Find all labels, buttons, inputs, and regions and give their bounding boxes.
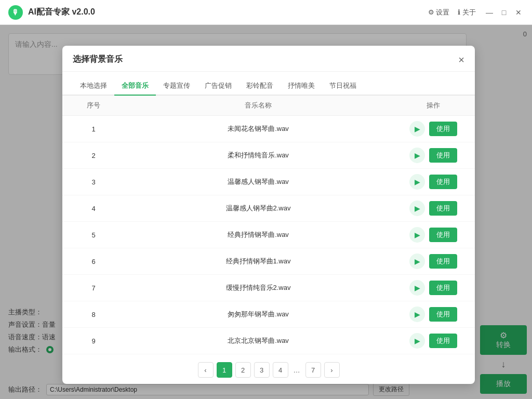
tab-6[interactable]: 节日祝福 [322, 77, 364, 96]
table-row: 5 经典抒情钢琴曲.wav ▶ 使用 [62, 222, 475, 248]
settings-button[interactable]: ⚙ 设置 [428, 8, 450, 17]
row-name-7: 匆匆那年钢琴曲.wav [114, 310, 402, 319]
table-row: 1 未闻花名钢琴曲.wav ▶ 使用 [62, 116, 475, 142]
tab-3[interactable]: 广告促销 [197, 77, 239, 96]
use-button-7[interactable]: 使用 [429, 307, 457, 322]
tab-5[interactable]: 抒情唯美 [281, 77, 322, 96]
row-action-4: ▶ 使用 [402, 227, 464, 243]
row-action-6: ▶ 使用 [402, 280, 464, 296]
row-name-4: 经典抒情钢琴曲.wav [114, 230, 402, 240]
row-name-2: 温馨感人钢琴曲.wav [114, 177, 402, 187]
row-seq-1: 2 [73, 152, 114, 159]
play-music-button-8[interactable]: ▶ [409, 333, 425, 349]
pagination-prev[interactable]: ‹ [198, 362, 214, 378]
app-title: AI配音专家 v2.0.0 [28, 7, 95, 18]
row-seq-0: 1 [73, 125, 114, 133]
row-name-5: 经典抒情钢琴曲1.wav [114, 257, 402, 266]
use-button-4[interactable]: 使用 [429, 228, 457, 242]
col-action-header: 操作 [402, 101, 464, 110]
table-row: 6 经典抒情钢琴曲1.wav ▶ 使用 [62, 248, 475, 275]
table-row: 8 匆匆那年钢琴曲.wav ▶ 使用 [62, 301, 475, 328]
tab-bar: 本地选择全部音乐专题宣传广告促销彩铃配音抒情唯美节日祝福 [62, 72, 475, 96]
row-seq-8: 9 [73, 337, 114, 345]
table-header: 序号 音乐名称 操作 [62, 96, 475, 116]
play-music-button-7[interactable]: ▶ [409, 307, 425, 322]
row-name-3: 温馨感人钢琴曲2.wav [114, 204, 402, 213]
play-music-button-3[interactable]: ▶ [409, 201, 425, 216]
maximize-button[interactable]: □ [499, 7, 509, 18]
tab-1[interactable]: 全部音乐 [114, 77, 156, 96]
dialog-header: 选择背景音乐 × [62, 46, 475, 72]
table-row: 9 北京北京钢琴曲.wav ▶ 使用 [62, 328, 475, 354]
logo-icon: 🎙 [12, 8, 19, 17]
pagination-page-4[interactable]: 4 [273, 362, 288, 378]
close-button[interactable]: ✕ [513, 7, 524, 18]
use-button-3[interactable]: 使用 [429, 201, 457, 216]
title-bar-left: 🎙 AI配音专家 v2.0.0 [8, 5, 95, 20]
row-seq-4: 5 [73, 231, 114, 239]
play-music-button-5[interactable]: ▶ [409, 254, 425, 269]
row-action-7: ▶ 使用 [402, 307, 464, 322]
tab-0[interactable]: 本地选择 [73, 77, 114, 96]
tab-4[interactable]: 彩铃配音 [239, 77, 281, 96]
pagination-page-7[interactable]: 7 [305, 362, 321, 378]
row-seq-6: 7 [73, 284, 114, 292]
tab-2[interactable]: 专题宣传 [156, 77, 197, 96]
use-button-1[interactable]: 使用 [429, 148, 457, 163]
minimize-button[interactable]: — [484, 7, 495, 18]
use-button-8[interactable]: 使用 [429, 334, 457, 348]
title-bar-right: ⚙ 设置 ℹ 关于 — □ ✕ [428, 7, 524, 18]
table-row: 4 温馨感人钢琴曲2.wav ▶ 使用 [62, 195, 475, 222]
pagination-next[interactable]: › [324, 362, 340, 378]
row-action-3: ▶ 使用 [402, 201, 464, 216]
table-row: 2 柔和抒情纯音乐.wav ▶ 使用 [62, 142, 475, 169]
col-seq-header: 序号 [73, 101, 114, 110]
about-button[interactable]: ℹ 关于 [458, 8, 476, 17]
dialog-title: 选择背景音乐 [73, 54, 123, 65]
app-logo: 🎙 [8, 5, 23, 20]
row-seq-7: 8 [73, 311, 114, 318]
use-button-5[interactable]: 使用 [429, 254, 457, 269]
main-area: 请输入内容... 主播类型： 声音设置：音量 语音速度：语速 输出格式： [0, 25, 532, 399]
pagination-dots: … [291, 366, 302, 374]
pagination-page-2[interactable]: 2 [235, 362, 251, 378]
use-button-0[interactable]: 使用 [429, 122, 457, 136]
row-name-1: 柔和抒情纯音乐.wav [114, 151, 402, 160]
row-action-5: ▶ 使用 [402, 254, 464, 269]
pagination: ‹1234…7› [62, 355, 475, 384]
row-action-8: ▶ 使用 [402, 333, 464, 349]
play-music-button-4[interactable]: ▶ [409, 227, 425, 243]
window-controls: — □ ✕ [484, 7, 524, 18]
play-music-button-1[interactable]: ▶ [409, 148, 425, 163]
row-action-0: ▶ 使用 [402, 121, 464, 137]
row-name-8: 北京北京钢琴曲.wav [114, 336, 402, 345]
play-music-button-6[interactable]: ▶ [409, 280, 425, 296]
row-seq-3: 4 [73, 205, 114, 212]
row-name-0: 未闻花名钢琴曲.wav [114, 124, 402, 134]
table-body: 1 未闻花名钢琴曲.wav ▶ 使用 2 柔和抒情纯音乐.wav ▶ 使用 3 … [62, 116, 475, 355]
row-seq-2: 3 [73, 178, 114, 186]
pagination-page-3[interactable]: 3 [254, 362, 270, 378]
row-action-1: ▶ 使用 [402, 148, 464, 163]
music-dialog: 选择背景音乐 × 本地选择全部音乐专题宣传广告促销彩铃配音抒情唯美节日祝福 序号… [62, 46, 475, 384]
table-row: 3 温馨感人钢琴曲.wav ▶ 使用 [62, 169, 475, 195]
row-seq-5: 6 [73, 258, 114, 265]
play-music-button-2[interactable]: ▶ [409, 174, 425, 190]
dialog-close-button[interactable]: × [458, 55, 464, 65]
pagination-page-1[interactable]: 1 [217, 362, 232, 378]
row-action-2: ▶ 使用 [402, 174, 464, 190]
use-button-6[interactable]: 使用 [429, 281, 457, 295]
play-music-button-0[interactable]: ▶ [409, 121, 425, 137]
table-row: 7 缓慢抒情纯音乐2.wav ▶ 使用 [62, 275, 475, 301]
title-bar: 🎙 AI配音专家 v2.0.0 ⚙ 设置 ℹ 关于 — □ ✕ [0, 0, 532, 25]
row-name-6: 缓慢抒情纯音乐2.wav [114, 283, 402, 292]
col-name-header: 音乐名称 [114, 101, 402, 110]
use-button-2[interactable]: 使用 [429, 175, 457, 189]
